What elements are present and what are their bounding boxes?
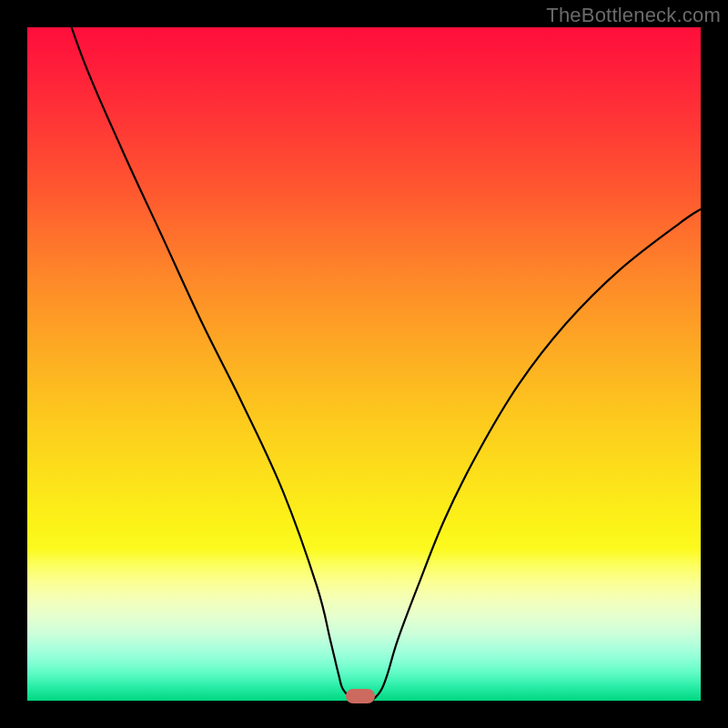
curve-path [27, 27, 701, 701]
bottleneck-curve [27, 27, 701, 701]
attribution-text: TheBottleneck.com [546, 4, 721, 27]
chart-stage: TheBottleneck.com [0, 0, 728, 728]
optimal-point-marker [346, 689, 375, 703]
